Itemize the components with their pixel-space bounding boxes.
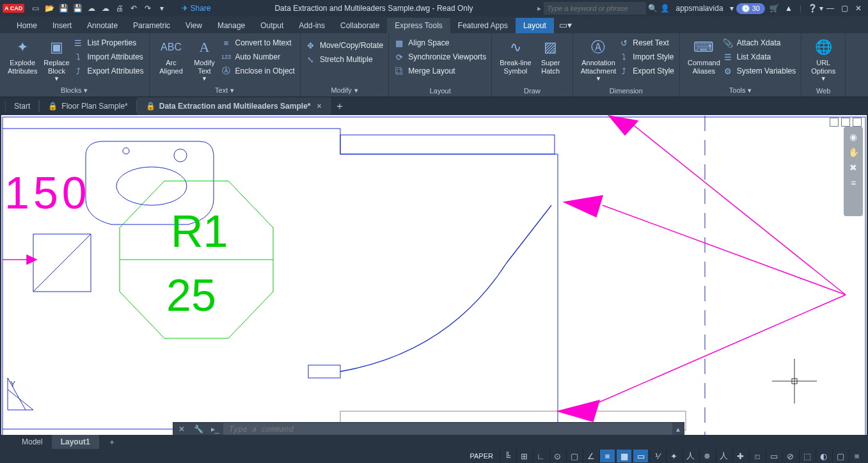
user-icon[interactable]: 👤 (660, 4, 670, 13)
snap-icon[interactable]: ⊞ (516, 450, 532, 462)
share-button[interactable]: ✈ Share (182, 4, 210, 13)
gizmo-icon[interactable]: ✦ (666, 450, 681, 462)
cmd-config-icon[interactable]: 🔧 (190, 425, 207, 434)
qp-icon[interactable]: ▭ (766, 450, 781, 462)
transparency-icon[interactable]: ▦ (616, 450, 631, 462)
sync-viewports-button[interactable]: ⟳Synchronize Viewports (394, 51, 486, 63)
redo-icon[interactable]: ↷ (141, 2, 154, 15)
user-name[interactable]: appsmalavida (676, 4, 723, 13)
menu-tab-parametric[interactable]: Parametric (125, 18, 178, 33)
annovis-icon[interactable]: ✵ (699, 450, 714, 462)
open-icon[interactable]: 📂 (43, 2, 56, 15)
panel-label[interactable]: Text▾ (155, 84, 295, 97)
panel-label[interactable]: Modify▾ (306, 84, 383, 97)
user-dropdown-icon[interactable]: ▾ (730, 4, 734, 13)
modify-text-button[interactable]: AModifyText▼ (188, 36, 221, 84)
menu-tab-featured-apps[interactable]: Featured Apps (450, 18, 516, 33)
qat-dropdown-icon[interactable]: ▾ (155, 2, 168, 15)
command-aliases-button[interactable]: ⌨CommandAliases (685, 36, 723, 84)
cmd-history-icon[interactable]: ▴ (672, 425, 684, 434)
help-icon[interactable]: ❔ (805, 4, 819, 13)
stretch-multiple-button[interactable]: ⤡Stretch Multiple (306, 54, 383, 65)
grid-icon[interactable]: ╚ (500, 450, 515, 462)
align-space-button[interactable]: ▦Align Space (394, 37, 486, 49)
customize-icon[interactable]: ≡ (849, 450, 864, 462)
annotation-attachment-button[interactable]: ⒶAnnotationAttachment▼ (578, 36, 619, 85)
panel-label[interactable]: Tools▾ (685, 84, 796, 97)
add-tab-button[interactable]: ＋ (331, 100, 349, 113)
super-hatch-button[interactable]: ▨SuperHatch (534, 36, 567, 85)
explode-attributes-button[interactable]: ✦ExplodeAttributes (5, 36, 40, 84)
search-input[interactable] (544, 2, 646, 15)
enclose-object-button[interactable]: ⒶEnclose in Object (221, 65, 295, 77)
close-button[interactable]: ✕ (851, 4, 865, 13)
lock-ui-icon[interactable]: ⊘ (782, 450, 798, 462)
add-layout-button[interactable]: ＋ (99, 435, 125, 449)
panel-label[interactable]: Blocks▾ (5, 84, 144, 97)
break-line-button[interactable]: ∿Break-lineSymbol (497, 36, 534, 85)
doc-tab-dataextraction[interactable]: 🔒Data Extraction and Multileaders Sample… (137, 97, 331, 115)
ribbon-minimize-icon[interactable]: ▭▾ (554, 17, 577, 33)
ortho-icon[interactable]: ∟ (533, 450, 548, 462)
search-icon[interactable]: 🔍 (646, 4, 660, 13)
new-icon[interactable]: ▭ (29, 2, 42, 15)
close-tab-icon[interactable]: × (317, 102, 321, 111)
cart-icon[interactable]: 🛒 (768, 4, 782, 13)
annoauto-icon[interactable]: 人 (716, 450, 731, 462)
hw-icon[interactable]: ◐ (816, 450, 831, 462)
system-variables-button[interactable]: ⚙System Variables (723, 65, 796, 77)
menu-tab-manage[interactable]: Manage (210, 18, 253, 33)
merge-layout-button[interactable]: ⿻Merge Layout (394, 65, 486, 77)
list-properties-button[interactable]: ☰List Properties (73, 37, 143, 49)
trial-badge[interactable]: 🕓 30 (736, 3, 765, 14)
plot-icon[interactable]: 🖨 (113, 2, 126, 15)
arc-aligned-button[interactable]: ABCArcAligned (155, 36, 188, 84)
list-xdata-button[interactable]: ☰List Xdata (723, 51, 796, 63)
drawing-canvas[interactable]: Y 150 R1 25 (1, 115, 867, 446)
lineweight-icon[interactable]: ≡ (599, 450, 615, 462)
command-input[interactable] (223, 423, 672, 436)
menu-tab-output[interactable]: Output (253, 18, 291, 33)
saveas-icon[interactable]: 💾 (71, 2, 84, 15)
reset-text-button[interactable]: ↺Reset Text (619, 37, 674, 49)
save-icon[interactable]: 💾 (57, 2, 70, 15)
polar-icon[interactable]: ⊙ (549, 450, 565, 462)
export-style-button[interactable]: ⤴Export Style (619, 65, 674, 77)
maximize-button[interactable]: ▢ (837, 4, 851, 13)
navwheel-icon[interactable]: ◉ (849, 132, 857, 142)
menu-tab-collaborate[interactable]: Collaborate (333, 18, 387, 33)
menu-tab-express-tools[interactable]: Express Tools (387, 18, 450, 33)
iso-icon[interactable]: ⬚ (799, 450, 814, 462)
orbit-icon[interactable]: ✖ (849, 162, 857, 173)
menu-tab-home[interactable]: Home (9, 18, 45, 33)
url-options-button[interactable]: 🌐URLOptions▼ (807, 36, 840, 85)
menu-tab-view[interactable]: View (178, 18, 210, 33)
navigation-bar[interactable]: ◉ ✋ ✖ ≡ (844, 127, 863, 216)
workspace-icon[interactable]: ✚ (732, 450, 748, 462)
osnap-icon[interactable]: ▢ (566, 450, 581, 462)
convert-mtext-button[interactable]: ≡Convert to Mtext (221, 37, 295, 49)
attach-xdata-button[interactable]: 📎Attach Xdata (723, 37, 796, 49)
pan-icon[interactable]: ✋ (848, 147, 859, 157)
annomon-icon[interactable]: 人 (683, 450, 698, 462)
export-attributes-button[interactable]: ⤴Export Attributes (73, 65, 143, 77)
app-switcher-icon[interactable]: ▲ (782, 4, 796, 13)
clean-icon[interactable]: ▢ (832, 450, 848, 462)
cloud-open-icon[interactable]: ☁ (85, 2, 98, 15)
menu-tab-insert[interactable]: Insert (45, 18, 79, 33)
vp-max-icon[interactable] (841, 118, 850, 127)
auto-number-button[interactable]: 123Auto Number (221, 51, 295, 63)
undo-icon[interactable]: ↶ (127, 2, 140, 15)
import-style-button[interactable]: ⤵Import Style (619, 51, 674, 63)
import-attributes-button[interactable]: ⤵Import Attributes (73, 51, 143, 63)
annoscale-icon[interactable]: ⅟ (649, 450, 665, 462)
selection-icon[interactable]: ▭ (633, 450, 648, 462)
doc-tab-start[interactable]: Start (5, 97, 39, 115)
layout-tab-model[interactable]: Model (13, 435, 52, 449)
otrack-icon[interactable]: ∠ (583, 450, 598, 462)
menu-tab-add-ins[interactable]: Add-ins (291, 18, 333, 33)
layout-tab-layout1[interactable]: Layout1 (52, 435, 99, 449)
space-toggle[interactable]: PAPER (465, 452, 498, 460)
cloud-save-icon[interactable]: ☁ (99, 2, 112, 15)
doc-tab-floorplan[interactable]: 🔒Floor Plan Sample* (39, 97, 136, 115)
